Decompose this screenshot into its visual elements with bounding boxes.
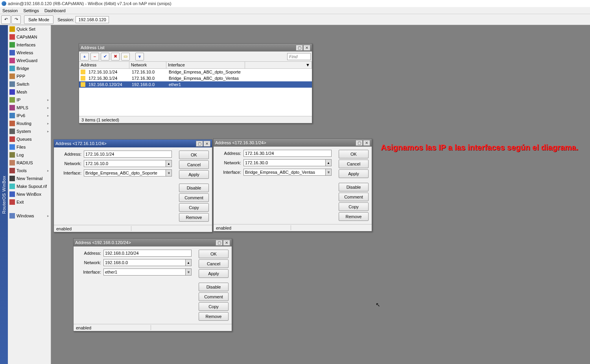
sidebar-label: Quick Set <box>17 27 35 31</box>
address-input[interactable] <box>103 250 192 257</box>
col-network[interactable]: Network <box>129 62 166 68</box>
network-dropdown-button[interactable]: ▲ <box>185 259 192 266</box>
cancel-button[interactable]: Cancel <box>199 259 229 268</box>
network-input[interactable] <box>84 160 166 167</box>
filter-button[interactable]: ▼ <box>135 53 144 61</box>
remove-button[interactable]: Remove <box>179 213 209 222</box>
copy-button[interactable]: Copy <box>339 202 369 211</box>
ok-button[interactable]: OK <box>339 150 369 158</box>
safe-mode-button[interactable]: Safe Mode <box>24 15 53 24</box>
sidebar-item[interactable]: Log <box>8 151 51 159</box>
col-address[interactable]: Address <box>79 62 129 68</box>
close-button[interactable]: ✕ <box>303 45 310 51</box>
minimize-button[interactable]: ▢ <box>296 45 303 51</box>
sidebar-item[interactable]: IPv6▸ <box>8 112 51 119</box>
sidebar-item[interactable]: WireGuard <box>8 57 51 64</box>
comment-button[interactable]: Comment <box>199 292 229 301</box>
sidebar-item[interactable]: Wireless <box>8 49 51 57</box>
ok-button[interactable]: OK <box>179 151 209 159</box>
menu-dashboard[interactable]: Dashboard <box>44 8 66 13</box>
comment-button[interactable]: ▭ <box>121 53 130 61</box>
table-row[interactable]: 172.16.10.1/24172.16.10.0Bridge_Empresa_… <box>79 69 312 75</box>
add-button[interactable]: + <box>80 53 89 61</box>
close-button[interactable]: ✕ <box>223 240 230 246</box>
minimize-button[interactable]: ▢ <box>216 240 223 246</box>
table-row[interactable]: 172.16.30.1/24172.16.30.0Bridge_Empresa_… <box>79 75 312 81</box>
sidebar-item[interactable]: Exit <box>8 198 51 206</box>
col-dropdown[interactable]: ▼ <box>245 62 312 68</box>
sidebar-item[interactable]: MPLS▸ <box>8 104 51 112</box>
interface-input[interactable] <box>84 169 166 176</box>
apply-button[interactable]: Apply <box>199 269 229 278</box>
address-input[interactable] <box>84 151 172 158</box>
interface-dropdown-button[interactable]: ∓ <box>166 169 172 176</box>
network-dropdown-button[interactable]: ▲ <box>325 159 332 166</box>
sidebar-item[interactable]: IP▸ <box>8 96 51 104</box>
sidebar-item[interactable]: Make Supout.rif <box>8 182 51 190</box>
sidebar-item[interactable]: RADIUS <box>8 159 51 167</box>
close-button[interactable]: ✕ <box>363 140 370 146</box>
find-input[interactable] <box>287 53 311 60</box>
menu-icon <box>9 129 15 134</box>
window-titlebar[interactable]: Address <172.16.30.1/24> ▢✕ <box>214 139 372 147</box>
cancel-button[interactable]: Cancel <box>179 160 209 169</box>
sidebar-item[interactable]: System▸ <box>8 127 51 135</box>
minimize-button[interactable]: ▢ <box>356 140 363 146</box>
apply-button[interactable]: Apply <box>339 169 369 178</box>
cell-address: 172.16.10.1/24 <box>87 70 130 74</box>
comment-button[interactable]: Comment <box>179 193 209 202</box>
disable-button[interactable]: ✖ <box>111 53 120 61</box>
comment-button[interactable]: Comment <box>339 193 369 201</box>
sidebar-item[interactable]: CAPsMAN <box>8 33 51 41</box>
disable-button[interactable]: Disable <box>199 283 229 291</box>
sidebar-item[interactable]: Quick Set <box>8 25 51 33</box>
interface-input[interactable] <box>103 268 185 276</box>
sidebar-item[interactable]: Interfaces <box>8 41 51 49</box>
apply-button[interactable]: Apply <box>179 170 209 179</box>
sidebar-item[interactable]: New WinBox <box>8 190 51 198</box>
interface-input[interactable] <box>243 169 325 176</box>
sidebar-item[interactable]: Mesh <box>8 88 51 96</box>
close-button[interactable]: ✕ <box>203 141 210 147</box>
window-titlebar[interactable]: Address <172.16.10.1/24> ▢✕ <box>54 140 212 147</box>
copy-button[interactable]: Copy <box>179 203 209 212</box>
sidebar-item[interactable]: New Terminal <box>8 175 51 182</box>
window-titlebar[interactable]: Address <192.168.0.120/24> ▢✕ <box>74 239 232 246</box>
sidebar-item[interactable]: Routing▸ <box>8 119 51 127</box>
remove-button[interactable]: − <box>90 53 99 61</box>
sidebar-item[interactable]: Bridge <box>8 64 51 72</box>
sidebar-item[interactable]: Switch <box>8 80 51 88</box>
menu-session[interactable]: Session <box>2 8 18 13</box>
redo-button[interactable]: ↷ <box>11 15 21 24</box>
remove-button[interactable]: Remove <box>199 312 229 321</box>
undo-button[interactable]: ↶ <box>1 15 11 24</box>
menu-settings[interactable]: Settings <box>23 8 39 13</box>
network-dropdown-button[interactable]: ▲ <box>166 160 172 167</box>
remove-button[interactable]: Remove <box>339 212 369 221</box>
enable-button[interactable]: ✔ <box>101 53 109 61</box>
address-input[interactable] <box>243 150 332 157</box>
network-input[interactable] <box>103 259 185 266</box>
sidebar-item[interactable]: Tools▸ <box>8 167 51 175</box>
col-interface[interactable]: Interface <box>166 62 245 68</box>
interface-dropdown-button[interactable]: ∓ <box>325 169 332 176</box>
copy-button[interactable]: Copy <box>199 302 229 311</box>
sidebar-item-windows[interactable]: Windows▸ <box>8 212 51 220</box>
cancel-button[interactable]: Cancel <box>339 160 369 168</box>
cell-network: 172.16.10.0 <box>130 70 167 74</box>
window-titlebar[interactable]: Address List ▢ ✕ <box>79 44 312 51</box>
session-label: Session: <box>57 17 74 22</box>
disable-button[interactable]: Disable <box>339 183 369 191</box>
menu-icon <box>9 199 15 205</box>
network-input[interactable] <box>243 159 325 166</box>
ok-button[interactable]: OK <box>199 250 229 258</box>
table-row[interactable]: 192.168.0.120/24192.168.0.0ether1 <box>79 81 312 88</box>
sidebar-item[interactable]: Files <box>8 143 51 151</box>
status-bar: enabled <box>214 224 372 231</box>
minimize-button[interactable]: ▢ <box>196 141 203 147</box>
sidebar-item[interactable]: Queues <box>8 135 51 143</box>
disable-button[interactable]: Disable <box>179 184 209 192</box>
sidebar-label: Switch <box>17 82 29 86</box>
sidebar-item[interactable]: PPP <box>8 72 51 80</box>
interface-dropdown-button[interactable]: ∓ <box>185 268 192 276</box>
